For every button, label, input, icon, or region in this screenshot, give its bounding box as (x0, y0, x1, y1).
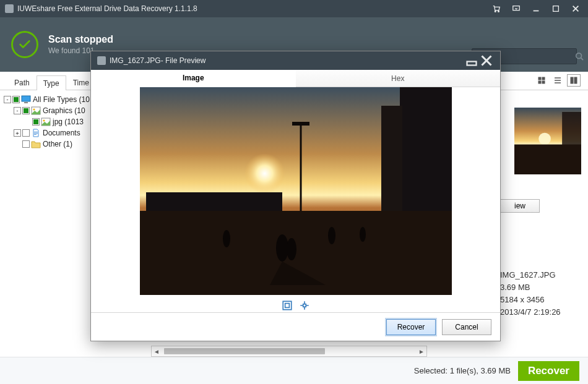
search-icon[interactable] (575, 52, 584, 61)
dialog-minimize-button[interactable] (464, 54, 479, 67)
tab-image[interactable]: Image (91, 70, 296, 87)
svg-rect-11 (538, 81, 541, 83)
file-details: IMG_1627.JPG 3.69 MB 5184 x 3456 2013/4/… (500, 269, 561, 318)
document-icon (31, 129, 41, 137)
tab-type[interactable]: Type (37, 75, 66, 90)
svg-rect-17 (574, 77, 577, 83)
svg-rect-19 (24, 102, 28, 103)
dialog-cancel-button[interactable]: Cancel (442, 319, 491, 335)
view-preview-icon[interactable] (567, 74, 581, 87)
svg-rect-36 (400, 87, 452, 217)
svg-rect-31 (467, 62, 477, 66)
footer-bar: Selected: 1 file(s), 3.69 MB Recover (0, 357, 588, 384)
dialog-close-button[interactable] (479, 54, 494, 67)
scroll-left-icon[interactable]: ◄ (152, 346, 162, 356)
monitor-icon (21, 95, 31, 104)
thumbnail-image (500, 108, 588, 174)
file-name: IMG_1627.JPG (500, 269, 561, 281)
svg-point-23 (43, 120, 45, 122)
tree-checkbox[interactable] (22, 107, 30, 114)
view-grid-icon[interactable] (535, 74, 548, 87)
cart-icon[interactable] (489, 2, 504, 15)
maximize-button[interactable] (548, 2, 563, 15)
preview-image (140, 87, 452, 295)
view-list-icon[interactable] (551, 74, 564, 87)
minimize-button[interactable] (529, 2, 543, 15)
svg-rect-12 (542, 81, 545, 83)
svg-point-28 (538, 133, 551, 145)
recover-button[interactable]: Recover (518, 361, 579, 381)
actual-size-icon[interactable] (299, 300, 310, 311)
tree-checkbox[interactable] (22, 140, 30, 148)
selection-summary: Selected: 1 file(s), 3.69 MB (414, 366, 511, 375)
svg-rect-30 (514, 145, 581, 174)
expand-toggle[interactable]: - (14, 107, 21, 114)
svg-point-43 (287, 238, 296, 260)
svg-point-0 (495, 11, 496, 12)
svg-point-7 (576, 53, 582, 59)
svg-rect-9 (538, 77, 541, 80)
svg-rect-37 (381, 106, 402, 217)
app-icon (5, 4, 14, 13)
scroll-right-icon[interactable]: ► (417, 346, 426, 356)
title-bar: IUWEshare Free External Drive Data Recov… (0, 0, 588, 17)
tab-hex[interactable]: Hex (296, 70, 501, 87)
svg-rect-16 (571, 77, 573, 83)
svg-rect-48 (283, 301, 292, 310)
expand-toggle[interactable]: + (14, 129, 21, 137)
dialog-tabs: Image Hex (91, 70, 500, 87)
dialog-title-bar[interactable]: IMG_1627.JPG- File Preview (91, 51, 500, 70)
tree-label: Documents (43, 129, 80, 137)
svg-rect-24 (34, 132, 38, 132)
folder-icon (31, 140, 41, 148)
tab-path[interactable]: Path (7, 75, 37, 90)
tree-label: All File Types (10 (33, 95, 90, 104)
svg-point-42 (276, 234, 288, 262)
svg-rect-18 (22, 96, 30, 101)
app-title: IUWEshare Free External Drive Data Recov… (17, 4, 489, 13)
tree-label: jpg (1013 (53, 117, 84, 126)
file-size: 3.69 MB (500, 281, 561, 294)
tree-checkbox[interactable] (22, 129, 30, 137)
tree-label: Graphics (10 (43, 106, 85, 115)
svg-point-45 (328, 227, 335, 244)
status-success-icon (11, 31, 38, 58)
svg-point-1 (498, 11, 499, 12)
expand-toggle[interactable]: - (4, 96, 11, 103)
scroll-track[interactable] (162, 347, 417, 356)
dialog-body (91, 87, 500, 312)
svg-point-44 (223, 230, 230, 247)
selected-thumbnail[interactable]: iew (500, 108, 588, 213)
svg-point-21 (33, 109, 35, 111)
tree-checkbox[interactable] (32, 118, 40, 126)
svg-rect-10 (542, 77, 545, 80)
file-date: 2013/4/7 2:19:26 (500, 306, 561, 318)
dialog-recover-button[interactable]: Recover (386, 319, 436, 335)
image-icon (41, 117, 51, 126)
tree-checkbox[interactable] (12, 96, 20, 103)
svg-rect-49 (285, 304, 289, 308)
svg-rect-50 (303, 304, 306, 307)
fit-to-window-icon[interactable] (282, 300, 293, 311)
svg-rect-4 (553, 6, 559, 12)
status-heading: Scan stopped (48, 34, 113, 45)
dialog-footer: Recover Cancel (91, 312, 500, 341)
close-button[interactable] (568, 2, 583, 15)
tree-label: Other (1) (43, 140, 72, 148)
dialog-title: IMG_1627.JPG- File Preview (110, 56, 464, 65)
app-icon (97, 56, 106, 65)
svg-rect-26 (34, 134, 37, 135)
file-preview-dialog: IMG_1627.JPG- File Preview Image Hex (90, 51, 501, 341)
file-dimensions: 5184 x 3456 (500, 294, 561, 306)
horizontal-scrollbar[interactable]: ◄ ► (151, 346, 427, 357)
svg-rect-40 (292, 122, 309, 126)
svg-line-8 (581, 58, 584, 61)
image-icon (31, 106, 41, 115)
preview-button-fragment[interactable]: iew (500, 199, 540, 213)
feedback-icon[interactable] (509, 2, 524, 15)
svg-point-46 (360, 227, 366, 242)
svg-rect-25 (34, 133, 38, 134)
scroll-thumb[interactable] (164, 348, 325, 354)
